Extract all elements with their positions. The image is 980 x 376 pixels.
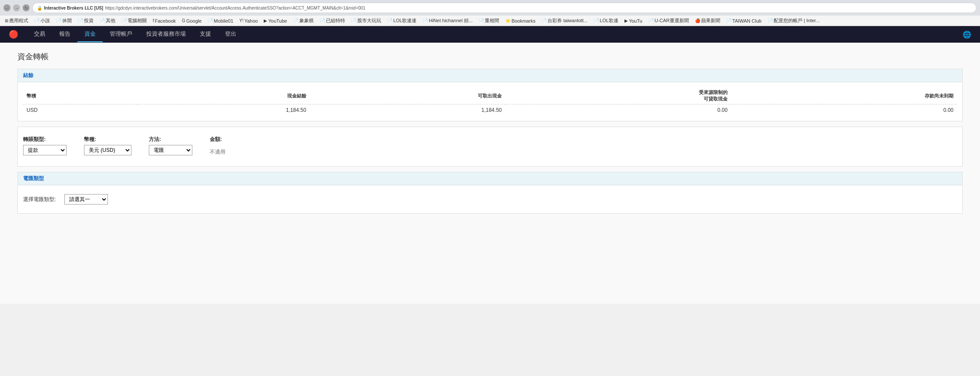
bookmark-label: 象象棋 [299,17,314,24]
page-title: 資金轉帳 [17,51,963,62]
col-cash-balance: 現金結餘 [137,87,310,104]
bookmark-label: 蘋果新聞 [701,17,720,24]
bookmark-item[interactable]: ▶YouTube [262,18,288,24]
bookmark-icon: ⊞ [5,18,8,23]
bookmark-item[interactable]: 📄其他 [98,17,117,24]
bookmark-item[interactable]: 📄已組特特 [319,17,346,24]
bookmark-icon: 📄 [320,18,325,23]
currency-select[interactable]: 美元 (USD) 歐元 (EUR) 港元 (HKD) [84,145,131,155]
bookmark-item[interactable]: 📄休閒 [55,17,73,24]
transfer-section-body: 轉賬類型: 提款 存款 轉帳 幣種: 美元 (USD) 歐元 (EUR) 港元 … [18,127,962,166]
bookmark-item[interactable]: 📄LOL歌連連 [386,17,418,24]
bookmark-icon: 📄 [726,18,732,23]
balance-section-header: 結餘 [18,69,962,82]
bookmark-icon: 📄 [541,18,547,23]
nav-item-交易[interactable]: 交易 [27,27,52,42]
nav-item-報告[interactable]: 報告 [52,27,77,42]
amount-label: 金額: [210,136,225,143]
bookmark-label: 重相間 [485,17,499,24]
bookmark-icon: 📄 [648,18,654,23]
refresh-button[interactable]: ↻ [23,4,30,11]
cash-balance-cell: 1,184.50 [137,104,310,116]
restricted-cell: 0.00 [505,104,731,116]
bookmark-item[interactable]: 📄U-CAR重選新聞 [647,17,690,24]
bookmark-item[interactable]: ⊞應用程式 [3,17,30,24]
bookmark-icon: f [153,18,154,23]
address-bar[interactable]: 🔒 Interactive Brokers LLC [US] https://g… [32,3,977,13]
bookmark-item[interactable]: ⭐Bookmarks [504,18,537,24]
bookmark-label: Mobile01 [214,18,233,24]
bookmark-label: LOL歌連 [600,17,618,24]
wire-section-title: 電匯類型 [23,175,44,181]
bookmark-icon: Y! [239,18,243,23]
bookmark-icon: 📄 [208,18,213,23]
currency-label: 幣種: [84,136,131,143]
nav-items: 交易報告資金管理帳戶投資者服務市場支援登出 [27,27,243,42]
currency-group: 幣種: 美元 (USD) 歐元 (EUR) 港元 (HKD) [84,136,131,155]
back-button[interactable]: ← [3,4,10,11]
bookmark-label: Bookmarks [511,18,535,24]
bookmark-item[interactable]: 📄小說 [33,17,51,24]
bookmark-label: Yahoo [244,18,258,24]
nav-item-支援[interactable]: 支援 [193,27,218,42]
available-cash-cell: 1,184.50 [310,104,505,116]
method-select[interactable]: 電匯 ACH 支票 [149,145,192,155]
bookmark-icon: 📄 [78,18,83,23]
bookmark-label: TAIWAN Club [732,18,762,24]
nav-item-登出[interactable]: 登出 [218,27,243,42]
transfer-type-select[interactable]: 提款 存款 轉帳 [23,145,67,155]
col-available-cash: 可取出現金 [310,87,505,104]
main-content: 資金轉帳 結餘 幣積 現金結餘 可取出現金 受來源限制的 可貸取現金 存款尚未到… [0,43,980,304]
bookmark-icon: 📄 [56,18,61,23]
bookmark-icon: 📄 [100,18,105,23]
bookmark-item[interactable]: 📄配置您的帳戶 | Inter... [766,17,821,24]
bookmark-item[interactable]: 📄象象棋 [292,17,315,24]
bookmark-icon: 📄 [351,18,356,23]
bookmark-item[interactable]: 📄股市大玩玩 [350,17,383,24]
bookmark-item[interactable]: 📄電腦相關 [120,17,148,24]
bookmark-label: YouTube [268,18,287,24]
bookmark-icon: 📄 [768,18,773,23]
bookmark-label: 應用程式 [9,17,28,24]
nav-item-管理帳戶[interactable]: 管理帳戶 [103,27,139,42]
balance-table: 幣積 現金結餘 可取出現金 受來源限制的 可貸取現金 存款尚未到期 USD 1,… [23,87,957,116]
bookmark-icon: 📄 [121,18,127,23]
transfer-type-group: 轉賬類型: 提款 存款 轉帳 [23,136,67,155]
bookmark-item[interactable]: 📄TAIWAN Club [725,18,763,24]
bookmark-item[interactable]: fFacebook [151,18,177,24]
site-name: Interactive Brokers LLC [US] [44,6,103,10]
bookmark-item[interactable]: 📄LOL歌連 [592,17,620,24]
bookmark-item[interactable]: 📄重相間 [477,17,500,24]
bookmark-icon: ⭐ [505,18,510,23]
wire-section-body: 選擇電匯類型: 請選其一 國際電匯 國內電匯 [18,185,962,213]
col-not-due: 存款尚未到期 [731,87,957,104]
bookmark-icon: 🍎 [695,18,700,23]
method-group: 方法: 電匯 ACH 支票 [149,136,192,155]
bookmark-item[interactable]: 📄台彩券 taiwanlott... [540,17,589,24]
amount-group: 金額: 不適用 [210,136,225,158]
bookmark-label: Google [186,18,201,24]
bookmark-item[interactable]: GGoogle [181,18,203,24]
bookmark-icon: ▶ [624,18,628,23]
balance-section: 結餘 幣積 現金結餘 可取出現金 受來源限制的 可貸取現金 存款尚未到期 [17,69,963,121]
bookmark-label: 休閒 [62,17,72,24]
bookmark-item[interactable]: Y!Yahoo [238,18,259,24]
nav-item-投資者服務市場[interactable]: 投資者服務市場 [139,27,193,42]
bookmark-icon: 📄 [594,18,599,23]
bookmark-item[interactable]: 📄投資 [77,17,95,24]
globe-icon[interactable]: 🌐 [963,30,971,39]
bookmark-item[interactable]: 🍎蘋果新聞 [694,17,722,24]
forward-button[interactable]: → [13,4,20,11]
bookmark-label: 電腦相關 [128,17,147,24]
bookmark-item[interactable]: 📄Mobile01 [206,18,235,24]
wire-type-row: 選擇電匯類型: 請選其一 國際電匯 國內電匯 [23,191,957,208]
nav-item-資金[interactable]: 資金 [77,27,103,42]
transfer-form-row: 轉賬類型: 提款 存款 轉帳 幣種: 美元 (USD) 歐元 (EUR) 港元 … [23,132,957,161]
nav-bar: 🔴 交易報告資金管理帳戶投資者服務市場支援登出 🌐 [0,26,980,43]
bookmark-icon: 📄 [423,18,428,23]
wire-type-select[interactable]: 請選其一 國際電匯 國內電匯 [64,194,108,205]
bookmark-item[interactable]: 📄HiNet hichannel 頻... [421,17,474,24]
bookmark-item[interactable]: ▶YouTu [623,18,644,24]
balance-section-body: 幣積 現金結餘 可取出現金 受來源限制的 可貸取現金 存款尚未到期 USD 1,… [18,82,962,121]
transfer-type-label: 轉賬類型: [23,136,67,143]
